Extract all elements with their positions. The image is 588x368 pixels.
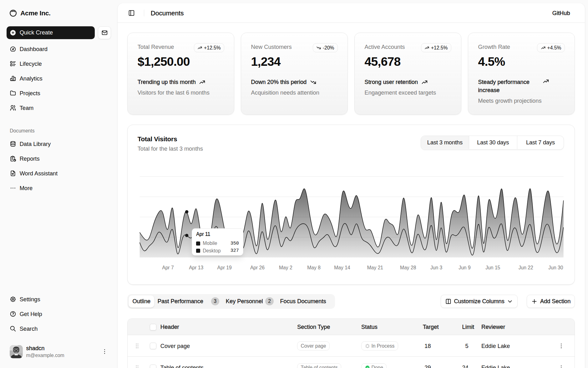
svg-text:Jun 15: Jun 15	[485, 265, 500, 270]
svg-text:Jun 9: Jun 9	[459, 265, 470, 270]
svg-text:Apr 7: Apr 7	[162, 265, 174, 270]
svg-text:May 21: May 21	[367, 265, 383, 270]
svg-text:Jun 30: Jun 30	[548, 265, 563, 270]
svg-text:May 8: May 8	[307, 265, 321, 270]
svg-text:Jun 22: Jun 22	[518, 265, 533, 270]
svg-text:May 14: May 14	[334, 265, 350, 270]
svg-text:May 2: May 2	[279, 265, 292, 270]
svg-text:Apr 19: Apr 19	[217, 265, 231, 270]
svg-text:May 28: May 28	[400, 265, 416, 270]
svg-text:Jun 3: Jun 3	[430, 265, 443, 270]
svg-text:Apr 13: Apr 13	[189, 265, 203, 270]
svg-text:Apr 26: Apr 26	[250, 265, 265, 270]
